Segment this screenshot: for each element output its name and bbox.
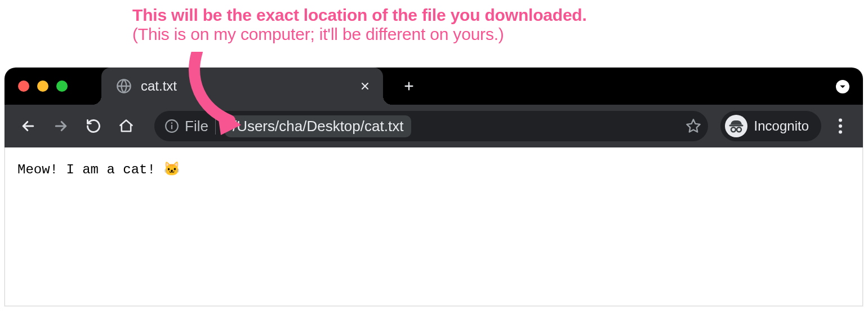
svg-rect-4 [729, 125, 743, 127]
tab-close-button[interactable] [357, 78, 373, 94]
globe-icon [116, 78, 132, 94]
site-info-icon[interactable] [164, 119, 179, 133]
window-controls [18, 80, 68, 92]
annotation-line-1: This will be the exact location of the f… [132, 6, 587, 25]
tab-strip: cat.txt [5, 68, 863, 105]
incognito-indicator[interactable]: Incognito [720, 111, 821, 141]
page-content: Meow! I am a cat! 🐱 [5, 147, 863, 306]
svg-point-5 [731, 127, 736, 132]
incognito-icon [725, 115, 747, 137]
svg-point-6 [737, 127, 741, 132]
svg-point-7 [839, 118, 842, 122]
browser-menu-button[interactable] [827, 113, 854, 140]
annotation-callout: This will be the exact location of the f… [132, 6, 587, 44]
window-dropdown-button[interactable] [836, 80, 849, 93]
browser-window: cat.txt [5, 68, 863, 306]
reload-button[interactable] [79, 111, 108, 141]
annotation-line-2: (This is on my computer; it'll be differ… [132, 25, 587, 44]
window-zoom-button[interactable] [56, 80, 68, 92]
back-button[interactable] [14, 111, 43, 141]
svg-point-9 [839, 130, 842, 133]
window-minimize-button[interactable] [37, 80, 48, 92]
new-tab-button[interactable] [399, 76, 419, 96]
forward-button[interactable] [46, 111, 75, 141]
svg-point-3 [171, 122, 173, 124]
svg-point-8 [839, 124, 842, 128]
window-close-button[interactable] [18, 80, 29, 92]
home-button[interactable] [112, 111, 141, 141]
bookmark-star-icon[interactable] [686, 118, 701, 134]
incognito-label: Incognito [754, 118, 809, 134]
browser-toolbar: File /Users/cha/Desktop/cat.txt Incognit [5, 105, 863, 147]
annotation-arrow [186, 52, 253, 136]
